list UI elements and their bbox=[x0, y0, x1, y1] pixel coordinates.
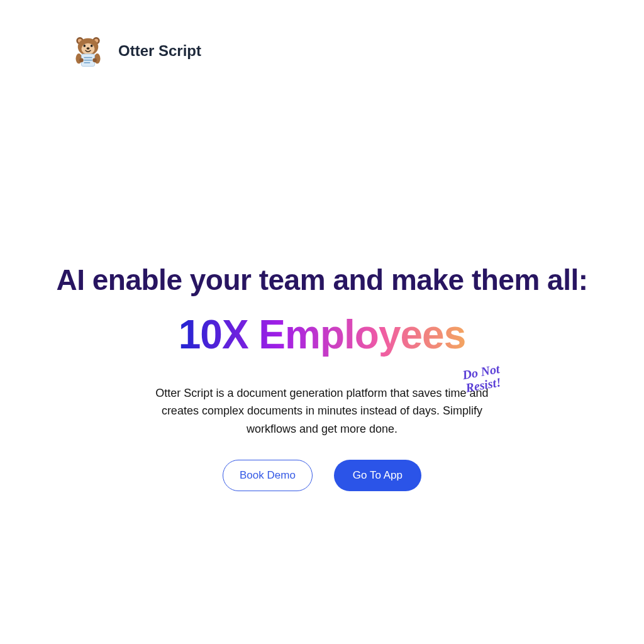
svg-point-15 bbox=[79, 58, 84, 62]
svg-point-16 bbox=[92, 58, 97, 62]
svg-point-7 bbox=[91, 45, 93, 47]
book-demo-button[interactable]: Book Demo bbox=[223, 460, 313, 491]
hero-description: Otter Script is a document generation pl… bbox=[146, 384, 498, 438]
svg-point-8 bbox=[87, 47, 90, 50]
hero-section: AI enable your team and make them all: 1… bbox=[0, 264, 644, 491]
header: Otter Script bbox=[0, 0, 644, 67]
go-to-app-button[interactable]: Go To App bbox=[334, 460, 421, 491]
hero-subhead-wrap: 10X Employees Do Not Resist! bbox=[179, 311, 466, 358]
hero-subhead: 10X Employees bbox=[179, 311, 466, 358]
otter-logo-icon bbox=[72, 35, 104, 67]
svg-point-6 bbox=[84, 45, 86, 47]
cta-row: Book Demo Go To App bbox=[0, 460, 644, 491]
hero-headline: AI enable your team and make them all: bbox=[0, 264, 644, 296]
brand-name: Otter Script bbox=[118, 42, 201, 60]
